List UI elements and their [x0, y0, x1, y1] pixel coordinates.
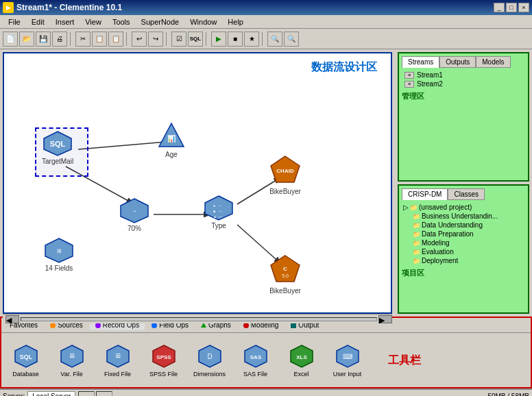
streams-section-title: 管理区	[402, 91, 525, 101]
svg-text:XLS: XLS	[296, 354, 307, 360]
menu-file[interactable]: File	[3, 16, 26, 27]
minimize-button[interactable]: _	[494, 3, 505, 12]
node-dimensions[interactable]: D Dimensions	[191, 343, 228, 378]
bookmark-button[interactable]: ★	[244, 32, 259, 47]
close-button[interactable]: ×	[518, 3, 529, 12]
status-left: Server: Local Server	[3, 391, 112, 397]
streams-panel: Streams Outputs Models ≡ Stream1 ≡ Strea…	[398, 52, 529, 182]
stream2-label: Stream2	[417, 80, 443, 88]
sql-button[interactable]: SQL	[188, 32, 203, 47]
crisp-label-deployment: Deployment	[422, 257, 458, 264]
open-button[interactable]: 📂	[19, 32, 34, 47]
window-controls[interactable]: _ □ ×	[494, 3, 529, 12]
node-sasfile[interactable]: SAS SAS File	[237, 343, 274, 378]
canvas-wrapper: 数据流设计区	[0, 49, 395, 317]
maximize-button[interactable]: □	[506, 3, 517, 12]
right-panel: Streams Outputs Models ≡ Stream1 ≡ Strea…	[395, 49, 532, 317]
node-type[interactable]: ● — ■ — ▲ — Type	[204, 195, 234, 230]
stream-item-1[interactable]: ≡ Stream1	[402, 71, 525, 79]
14fields-label: 14 Fields	[45, 264, 73, 272]
separator-2	[126, 32, 129, 46]
crisp-item-modeling[interactable]: 📁 Modeling	[402, 238, 525, 247]
menu-edit[interactable]: Edit	[26, 16, 50, 27]
bikebuyer1-icon: CHAID	[269, 155, 301, 186]
nodes-content: SQL Database ≡ Var. File ≡ Fix	[1, 333, 531, 388]
svg-text:SQL: SQL	[19, 354, 32, 360]
node-database[interactable]: SQL Database	[7, 343, 45, 378]
70pct-icon: →	[119, 197, 149, 223]
crisp-item-business[interactable]: 📁 Business Understandin...	[402, 212, 525, 221]
redo-button[interactable]: ↪	[148, 32, 163, 47]
svg-text:CHAID: CHAID	[276, 168, 294, 174]
status-bar: Server: Local Server 50MB / 58MB	[0, 388, 532, 396]
h-scroll-track[interactable]	[21, 317, 377, 321]
menu-help[interactable]: Help	[222, 16, 249, 27]
copy-button[interactable]: 📋	[92, 32, 107, 47]
node-userinput[interactable]: ⌨ User Input	[328, 343, 366, 378]
svg-text:●: ●	[213, 203, 215, 208]
node-excel[interactable]: XLS Excel	[282, 343, 320, 378]
crisp-item-data-prep[interactable]: 📁 Data Preparation	[402, 230, 525, 238]
node-spssfile[interactable]: SPSS SPSS File	[145, 343, 182, 378]
play-button[interactable]: ▶	[211, 32, 226, 47]
node-varfile[interactable]: ≡ Var. File	[53, 343, 90, 378]
crisp-label-data-prep: Data Preparation	[422, 230, 474, 238]
separator-5	[262, 32, 265, 46]
age-icon: 📊	[158, 122, 185, 149]
select-button[interactable]: ☑	[171, 32, 186, 47]
node-70pct[interactable]: → 70%	[119, 197, 149, 232]
svg-text:⌨: ⌨	[343, 353, 352, 360]
tab-crisp-dm[interactable]: CRISP-DM	[402, 188, 448, 200]
svg-text:📊: 📊	[167, 134, 176, 143]
tab-classes[interactable]: Classes	[448, 188, 485, 200]
separator-1	[70, 32, 73, 46]
crisp-item-evaluation[interactable]: 📁 Evaluation	[402, 247, 525, 256]
varfile-icon: ≡	[59, 343, 85, 369]
node-age[interactable]: 📊 Age	[158, 122, 185, 158]
menu-tools[interactable]: Tools	[107, 16, 136, 27]
crisp-root[interactable]: ▷ 📁 (unsaved project)	[402, 203, 525, 212]
menu-window[interactable]: Window	[184, 16, 222, 27]
fixedfile-label: Fixed File	[104, 371, 131, 378]
cut-button[interactable]: ✂	[75, 32, 90, 47]
crisp-folder-deployment: 📁	[413, 258, 420, 264]
horizontal-scrollbar[interactable]: ◀ ▶	[3, 314, 392, 323]
undo-button[interactable]: ↩	[132, 32, 147, 47]
stream-canvas[interactable]: 数据流设计区	[3, 52, 392, 314]
type-label: Type	[211, 222, 226, 230]
tab-streams[interactable]: Streams	[402, 56, 439, 68]
tab-outputs[interactable]: Outputs	[439, 56, 476, 68]
menu-supernode[interactable]: SuperNode	[136, 16, 185, 27]
svg-text:—: —	[219, 214, 222, 219]
crisp-section-title: 项目区	[402, 268, 525, 278]
bikebuyer2-label: BikeBuyer	[269, 287, 301, 295]
h-scroll-left[interactable]: ◀	[5, 315, 19, 323]
targetmail-icon: SQL	[43, 130, 73, 156]
new-button[interactable]: 📄	[3, 32, 18, 47]
node-14fields[interactable]: ⊞ 14 Fields	[44, 237, 74, 272]
node-bikebuyer2[interactable]: C 5.0 BikeBuyer	[269, 254, 301, 295]
zoom-out-button[interactable]: 🔍	[284, 32, 299, 47]
zoom-in-button[interactable]: 🔍	[267, 32, 282, 47]
h-scroll-right[interactable]: ▶	[378, 315, 392, 323]
menu-bar: File Edit Insert View Tools SuperNode Wi…	[0, 15, 532, 29]
stream-item-2[interactable]: ≡ Stream2	[402, 79, 525, 88]
svg-text:D: D	[207, 353, 212, 360]
crisp-item-deployment[interactable]: 📁 Deployment	[402, 256, 525, 265]
crisp-item-data-understanding[interactable]: 📁 Data Understanding	[402, 221, 525, 230]
node-targetmail[interactable]: SQL TargetMail	[42, 130, 73, 165]
separator-3	[166, 32, 169, 46]
print-button[interactable]: 🖨	[52, 32, 67, 47]
server-label: Server:	[3, 393, 25, 397]
menu-insert[interactable]: Insert	[50, 16, 80, 27]
crisp-folder-modeling: 📁	[413, 240, 420, 247]
svg-text:C: C	[283, 266, 287, 272]
paste-button[interactable]: 📋	[108, 32, 123, 47]
save-button[interactable]: 💾	[36, 32, 51, 47]
stop-button[interactable]: ■	[228, 32, 243, 47]
streams-tabs: Streams Outputs Models	[402, 56, 525, 68]
node-bikebuyer1[interactable]: CHAID BikeBuyer	[269, 155, 301, 195]
node-fixedfile[interactable]: ≡ Fixed File	[99, 343, 136, 378]
tab-models[interactable]: Models	[476, 56, 510, 68]
menu-view[interactable]: View	[80, 16, 107, 27]
